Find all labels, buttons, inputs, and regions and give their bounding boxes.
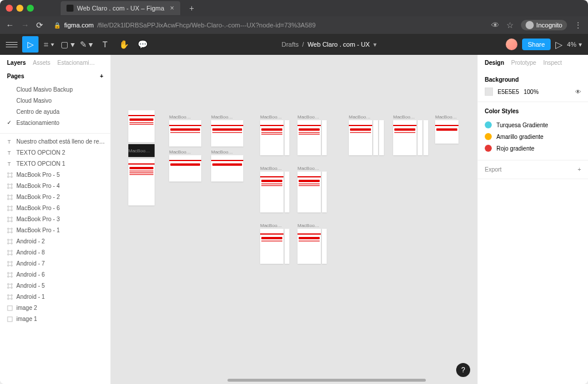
background-title: Background <box>485 76 581 83</box>
background-section: Background E5E5E5 100% 👁 <box>478 71 588 102</box>
add-export-button[interactable]: + <box>578 166 581 173</box>
layer-label: MacBook Pro - 1 <box>16 227 60 233</box>
layer-label: Android - 1 <box>16 294 45 300</box>
right-panel: Design Prototype Inspect Background E5E5… <box>477 55 588 384</box>
layer-item[interactable]: Android - 2 <box>0 236 110 247</box>
reload-button[interactable]: ⟳ <box>36 20 43 30</box>
share-button[interactable]: Share <box>522 39 551 50</box>
frame-icon <box>7 294 13 300</box>
macos-titlebar: Web Claro . com - UX – Figma × + <box>0 0 588 16</box>
page-item[interactable]: Cloud Masivo Backup <box>0 84 110 95</box>
color-style-row[interactable]: Turquesa Gradiente <box>485 119 581 131</box>
page-item[interactable]: Centro de ayuda <box>0 106 110 117</box>
browser-tab[interactable]: Web Claro . com - UX – Figma × <box>61 1 180 15</box>
text-tool[interactable]: T <box>97 36 113 53</box>
tab-prototype[interactable]: Prototype <box>511 60 536 66</box>
visibility-toggle-icon[interactable]: 👁 <box>575 89 581 95</box>
frame-label: MacBoo… <box>298 114 319 120</box>
svg-text:T: T <box>8 150 11 156</box>
layer-label: MacBook Pro - 6 <box>16 205 60 211</box>
layer-item[interactable]: MacBook Pro - 6 <box>0 203 110 214</box>
layer-item[interactable]: TTEXTO OPCIÓN 1 <box>0 158 110 169</box>
layer-item[interactable]: MacBook Pro - 5 <box>0 169 110 180</box>
svg-text:T: T <box>8 161 11 167</box>
layer-label: Nuestro chatbot está lleno de resp… <box>16 138 106 145</box>
tab-inspect[interactable]: Inspect <box>543 60 562 66</box>
layer-label: TEXTO OPCIÓN 2 <box>16 149 65 156</box>
frame-icon <box>7 272 13 278</box>
chevron-down-icon: ▾ <box>579 41 582 48</box>
maximize-window-button[interactable] <box>27 5 34 12</box>
layer-label: Android - 8 <box>16 249 45 256</box>
background-swatch[interactable] <box>485 88 493 96</box>
close-window-button[interactable] <box>6 5 13 12</box>
layer-item[interactable]: TNuestro chatbot está lleno de resp… <box>0 136 110 147</box>
frame-label: MacBoo… <box>349 114 370 120</box>
zoom-dropdown[interactable]: 4% ▾ <box>567 41 582 48</box>
frame-icon <box>7 283 13 289</box>
pages-list: Cloud Masivo BackupCloud MasivoCentro de… <box>0 84 110 133</box>
tab-design[interactable]: Design <box>485 60 504 66</box>
pen-tool[interactable]: ✎ ▾ <box>78 36 94 53</box>
shape-tool[interactable]: ▢ ▾ <box>60 36 76 53</box>
style-swatch <box>485 145 492 152</box>
close-tab-icon[interactable]: × <box>170 4 174 12</box>
frame-icon <box>7 217 13 222</box>
figma-menu-button[interactable] <box>6 39 18 50</box>
frame-label: MacBoo… <box>260 223 282 228</box>
help-button[interactable]: ? <box>456 363 470 377</box>
present-button[interactable]: ▷ <box>555 39 562 50</box>
layer-item[interactable]: Android - 5 <box>0 280 110 291</box>
bookmark-icon[interactable]: ☆ <box>506 20 514 30</box>
color-styles-section: Color Styles Turquesa GradienteAmarillo … <box>478 102 588 160</box>
frame-tool[interactable]: ⌗ ▾ <box>41 36 57 53</box>
add-page-button[interactable]: + <box>100 73 103 79</box>
layer-item[interactable]: TTEXTO OPCIÓN 2 <box>0 147 110 158</box>
layer-item[interactable]: Android - 6 <box>0 269 110 280</box>
tab-page-dropdown[interactable]: Estacionamien… <box>57 60 98 66</box>
image-icon <box>7 305 13 311</box>
layer-item[interactable]: MacBook Pro - 2 <box>0 191 110 203</box>
background-hex[interactable]: E5E5E5 <box>498 89 519 95</box>
new-tab-button[interactable]: + <box>190 4 194 13</box>
page-item[interactable]: Estacionamiento <box>0 117 110 128</box>
layer-label: MacBook Pro - 5 <box>16 172 60 178</box>
layer-item[interactable]: Android - 1 <box>0 291 110 302</box>
color-style-row[interactable]: Amarillo gradiente <box>485 131 581 142</box>
layer-item[interactable]: image 2 <box>0 302 110 313</box>
svg-rect-4 <box>8 317 12 322</box>
tab-assets[interactable]: Assets <box>33 60 50 66</box>
frame-label: MacBoo… <box>260 114 282 120</box>
page-item[interactable]: Cloud Masivo <box>0 95 110 106</box>
frame-label: MacBoo… <box>393 114 415 120</box>
browser-menu-icon[interactable]: ⋮ <box>574 20 582 30</box>
layer-item[interactable]: image 1 <box>0 313 110 324</box>
user-avatar[interactable] <box>506 39 517 50</box>
move-tool[interactable]: ▷ <box>22 36 38 53</box>
comment-tool[interactable]: 💬 <box>134 36 150 53</box>
address-bar[interactable]: 🔒 figma.com /file/D2k1lDRBSaPPJixAcwFhcp… <box>50 22 484 29</box>
style-swatch <box>485 121 492 128</box>
chevron-down-icon[interactable]: ▾ <box>373 41 377 48</box>
eye-off-icon[interactable]: 👁 <box>491 20 499 30</box>
layer-label: Android - 2 <box>16 238 45 245</box>
color-style-row[interactable]: Rojo gradiente <box>485 142 581 154</box>
canvas[interactable]: MacBoo… MacBoo… MacBoo… MacBoo… MacBoo… … <box>111 55 477 384</box>
layer-item[interactable]: Android - 7 <box>0 258 110 269</box>
minimize-window-button[interactable] <box>16 5 23 12</box>
layer-item[interactable]: Android - 8 <box>0 247 110 258</box>
canvas-horizontal-scrollbar[interactable] <box>228 379 426 382</box>
back-button[interactable]: ← <box>6 20 14 30</box>
url-domain: figma.com <box>64 22 94 29</box>
layer-item[interactable]: MacBook Pro - 3 <box>0 214 110 225</box>
frame-icon <box>7 183 13 189</box>
style-swatch <box>485 133 492 140</box>
tab-layers[interactable]: Layers <box>7 60 26 66</box>
breadcrumb[interactable]: Drafts / Web Claro . com - UX ▾ <box>153 41 506 48</box>
layer-item[interactable]: MacBook Pro - 4 <box>0 180 110 191</box>
layer-item[interactable]: MacBook Pro - 1 <box>0 225 110 236</box>
hand-tool[interactable]: ✋ <box>116 36 132 53</box>
background-opacity[interactable]: 100% <box>524 89 539 95</box>
forward-button[interactable]: → <box>21 20 29 30</box>
layer-label: TEXTO OPCIÓN 1 <box>16 160 65 167</box>
